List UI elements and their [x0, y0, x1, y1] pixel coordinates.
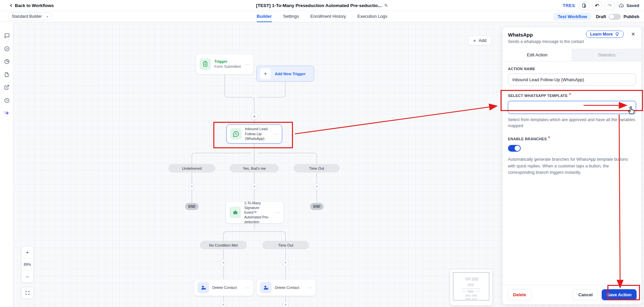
file-icon — [4, 72, 9, 78]
add-new-trigger-label: Add New Trigger — [275, 72, 305, 76]
signature-node-label: 1-To-Many Signature Event™ Automated Pre… — [244, 201, 272, 224]
enable-branches-label: ENABLE BRANCHES — [508, 137, 547, 141]
zoom-out-button[interactable]: − — [22, 270, 33, 283]
tab-execution-logs[interactable]: Execution Logs — [357, 11, 387, 22]
publish-label: Publish — [624, 14, 639, 19]
add-step-button[interactable]: + — [282, 301, 289, 307]
expand-icon — [25, 291, 30, 295]
check-circle-icon — [4, 46, 10, 52]
panel-body: ACTION NAME SELECT WHATSAPP TEMPLATE* Se… — [503, 61, 641, 181]
minimap-node — [468, 284, 474, 286]
header-actions: TRES ↶ ↷ Saved — [563, 0, 639, 11]
tab-settings[interactable]: Settings — [283, 11, 299, 22]
save-action-button[interactable]: Save Action — [602, 289, 637, 300]
action-config-panel: WhatsApp Sends a whatsapp message to the… — [502, 27, 642, 305]
minimap-viewport — [453, 272, 489, 301]
enable-branches-description: Automatically generate branches for What… — [508, 156, 636, 176]
draft-label: Draft — [596, 14, 606, 19]
branch-yes-thats-me[interactable]: Yes, that's me — [230, 164, 279, 172]
branch-time-out[interactable]: Time Out — [294, 164, 340, 172]
draft-publish-toggle[interactable] — [609, 14, 621, 20]
redo-icon: ↷ — [607, 3, 612, 9]
cancel-button[interactable]: Cancel — [572, 289, 598, 300]
delete-contact-icon — [198, 282, 209, 293]
tab-builder[interactable]: Builder — [257, 11, 272, 22]
add-step-button[interactable]: + — [220, 259, 227, 266]
add-step-button[interactable]: + — [251, 113, 258, 120]
branch-undelivered[interactable]: Undelivered — [168, 164, 215, 172]
test-workflow-button[interactable]: Test Workflow — [554, 13, 591, 20]
enable-branches-toggle[interactable] — [508, 145, 521, 152]
files-nav-button[interactable] — [3, 71, 10, 78]
history-nav-button[interactable] — [3, 97, 10, 104]
stats-nav-button[interactable] — [3, 58, 10, 65]
back-to-workflows-link[interactable]: ‹ Back to Workflows — [10, 3, 54, 8]
plus-icon: + — [473, 38, 476, 43]
delete-button[interactable]: Delete — [507, 289, 532, 300]
minimap[interactable] — [450, 269, 492, 305]
add-step-button[interactable]: + — [251, 183, 258, 190]
builder-toolbar: Standard Builder ▾ Builder Settings Enro… — [0, 11, 644, 22]
panel-footer: Delete Cancel Save Action — [503, 285, 641, 304]
learn-more-button[interactable]: Learn More — [586, 31, 624, 38]
branch-time-out-2[interactable]: Time Out — [262, 241, 309, 249]
minimap-node — [465, 298, 471, 301]
node-menu-icon[interactable]: ⋯ — [245, 62, 250, 67]
minimap-node — [468, 290, 474, 293]
robot-icon — [229, 207, 241, 218]
back-chevron-icon: ‹ — [10, 2, 12, 8]
edit-title-icon[interactable]: ✎ — [384, 3, 388, 8]
end-node: END — [185, 203, 199, 210]
minimap-node — [465, 277, 471, 280]
tab-edit-action[interactable]: Edit Action — [503, 49, 572, 61]
canvas-add-button[interactable]: + Add — [468, 36, 491, 45]
whatsapp-icon — [230, 128, 242, 140]
top-header-bar: ‹ Back to Workflows [TEST] 1-To-Many Pre… — [0, 0, 644, 11]
branch-no-condition-met[interactable]: No Condition Met — [200, 241, 247, 249]
trigger-node[interactable]: Trigger Form Submitted ⋯ — [196, 54, 254, 74]
toggle-knob — [609, 14, 614, 19]
add-step-button[interactable]: + — [188, 183, 195, 190]
add-button-label: Add — [479, 38, 486, 43]
minimap-node — [472, 277, 478, 281]
tasks-nav-button[interactable] — [3, 45, 10, 52]
node-menu-icon[interactable]: ⋯ — [275, 210, 280, 215]
node-menu-icon[interactable]: ⋯ — [245, 285, 250, 290]
whatsapp-node-label: Inbound Lead Follow-Up (WhatsApp) — [245, 126, 270, 142]
add-step-button[interactable]: + — [313, 183, 320, 190]
node-menu-icon[interactable]: ⋯ — [274, 132, 278, 137]
tab-statistics[interactable]: Statistics — [572, 49, 641, 61]
add-new-trigger-button[interactable]: + Add New Trigger — [256, 66, 314, 82]
ai-nav-button[interactable] — [3, 109, 10, 117]
minimap-node — [462, 291, 467, 292]
fit-view-button[interactable] — [21, 287, 34, 299]
sparkles-icon — [4, 110, 10, 116]
comments-nav-button[interactable] — [3, 32, 10, 39]
undo-button[interactable]: ↶ — [592, 1, 602, 10]
add-step-button[interactable]: + — [282, 259, 289, 266]
add-step-button[interactable]: + — [220, 301, 227, 307]
redo-button[interactable]: ↷ — [605, 1, 615, 10]
zoom-in-button[interactable]: + — [22, 246, 33, 258]
required-marker: * — [569, 92, 571, 98]
versions-button[interactable] — [579, 1, 589, 10]
action-name-input[interactable] — [508, 73, 636, 86]
chevron-down-icon — [627, 105, 632, 110]
required-marker: * — [548, 136, 550, 141]
plus-icon: + — [260, 68, 271, 79]
minimap-node — [472, 298, 477, 301]
external-link-icon — [4, 85, 9, 90]
delete-contact-node[interactable]: Delete Contact ⋯ — [256, 279, 316, 296]
node-menu-icon[interactable]: ⋯ — [308, 285, 312, 290]
close-panel-icon[interactable]: ✕ — [631, 31, 635, 37]
minimap-node — [465, 295, 471, 297]
back-label: Back to Workflows — [15, 3, 54, 8]
whatsapp-template-select[interactable] — [508, 101, 636, 114]
delete-contact-node[interactable]: Delete Contact ⋯ — [194, 279, 254, 296]
signature-event-node[interactable]: 1-To-Many Signature Event™ Automated Pre… — [226, 201, 284, 223]
zoom-controls: + 89% − — [21, 246, 34, 283]
external-nav-button[interactable] — [3, 84, 10, 91]
delete-node-label: Delete Contact — [275, 285, 304, 290]
whatsapp-action-node[interactable]: Inbound Lead Follow-Up (WhatsApp) ⋯ — [226, 124, 282, 144]
tab-enrollment-history[interactable]: Enrollment History — [310, 11, 346, 22]
